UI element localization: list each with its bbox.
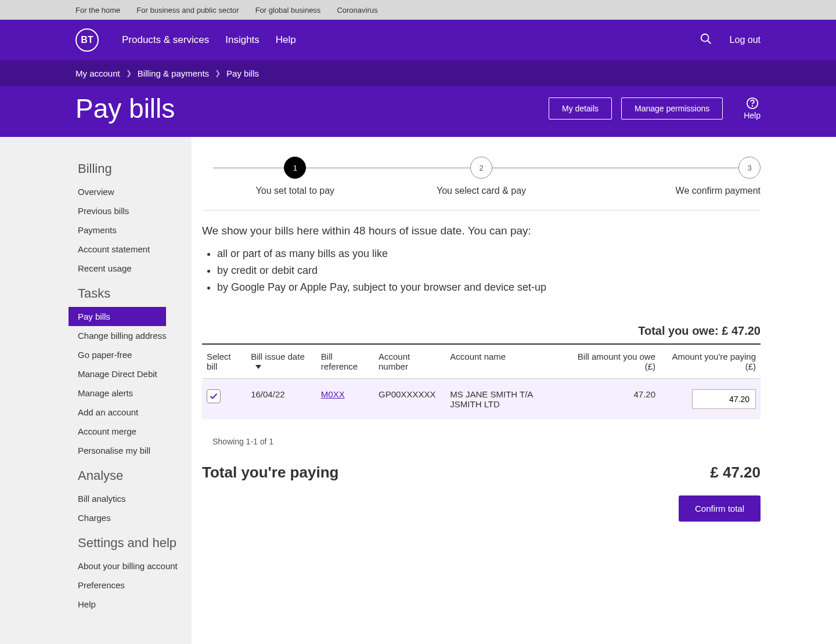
step-2-label: You select card & pay — [437, 186, 526, 196]
topbar-link-coronavirus[interactable]: Coronavirus — [337, 6, 377, 15]
topbar-link-business[interactable]: For business and public sector — [136, 6, 239, 15]
main-header: BT Products & services Insights Help Log… — [0, 20, 836, 60]
my-details-button[interactable]: My details — [549, 97, 612, 120]
select-bill-checkbox[interactable] — [207, 389, 221, 403]
cell-account-number: GP00XXXXXX — [374, 379, 445, 420]
confirm-total-button[interactable]: Confirm total — [679, 495, 761, 522]
svg-marker-4 — [255, 365, 261, 369]
breadcrumb-my-account[interactable]: My account — [75, 68, 120, 78]
step-2-circle: 2 — [470, 157, 492, 179]
help-label: Help — [744, 111, 761, 120]
sidebar-heading-settings: Settings and help — [78, 536, 192, 551]
sidebar-item-direct-debit[interactable]: Manage Direct Debit — [78, 364, 192, 383]
th-account-name: Account name — [445, 344, 571, 379]
step-1-label: You set total to pay — [256, 186, 335, 196]
breadcrumb: My account ❯ Billing & payments ❯ Pay bi… — [0, 60, 836, 86]
chevron-right-icon: ❯ — [215, 69, 221, 77]
sidebar-item-account-merge[interactable]: Account merge — [78, 422, 192, 441]
sidebar-item-personalise[interactable]: Personalise my bill — [78, 441, 192, 460]
th-issue-date[interactable]: Bill issue date — [246, 344, 316, 379]
intro-bullets: all or part of as many bills as you like… — [217, 245, 761, 295]
breadcrumb-current: Pay bills — [226, 68, 259, 78]
sidebar-item-about-billing[interactable]: About your billing account — [78, 556, 192, 576]
sidebar-item-paper-free[interactable]: Go paper-free — [78, 345, 192, 364]
bill-reference-link[interactable]: M0XX — [321, 389, 345, 399]
sidebar-item-preferences[interactable]: Preferences — [78, 576, 192, 595]
total-owe-label: Total you owe: — [638, 324, 719, 337]
bills-table: Select bill Bill issue date Bill referen… — [202, 343, 761, 419]
bullet-1: all or part of as many bills as you like — [217, 245, 761, 262]
top-nav: For the home For business and public sec… — [0, 0, 836, 20]
nav-help[interactable]: Help — [276, 34, 296, 46]
svg-point-3 — [752, 106, 752, 106]
sidebar-item-recent-usage[interactable]: Recent usage — [78, 259, 192, 278]
sidebar-heading-analyse: Analyse — [78, 468, 192, 483]
bill-row: 16/04/22 M0XX GP00XXXXXX MS JANE SMITH T… — [202, 379, 761, 420]
search-icon[interactable] — [700, 32, 712, 48]
sidebar-item-account-statement[interactable]: Account statement — [78, 240, 192, 259]
total-owe-value: £ 47.20 — [722, 324, 761, 337]
sidebar-item-payments[interactable]: Payments — [78, 220, 192, 240]
step-2: 2 You select card & pay — [388, 157, 575, 196]
main-content: 1 You set total to pay 2 You select card… — [192, 137, 836, 644]
sidebar-heading-tasks: Tasks — [78, 286, 192, 301]
th-amount-owe: Bill amount you owe (£) — [571, 344, 660, 379]
sidebar-item-pay-bills[interactable]: Pay bills — [69, 307, 166, 326]
svg-line-1 — [707, 41, 711, 44]
svg-point-0 — [701, 34, 708, 42]
total-paying-value: £ 47.20 — [710, 464, 761, 482]
th-amount-paying: Amount you're paying (£) — [660, 344, 761, 379]
total-paying-label: Total you're paying — [202, 464, 338, 482]
page-titlebar: Pay bills My details Manage permissions … — [0, 86, 836, 137]
amount-paying-input[interactable] — [692, 389, 756, 409]
breadcrumb-billing[interactable]: Billing & payments — [138, 68, 209, 78]
bullet-2: by credit or debit card — [217, 262, 761, 279]
divider — [202, 210, 761, 211]
total-paying: Total you're paying £ 47.20 — [202, 464, 761, 482]
showing-count: Showing 1-1 of 1 — [212, 437, 761, 446]
sidebar-item-previous-bills[interactable]: Previous bills — [78, 201, 192, 220]
chevron-right-icon: ❯ — [126, 69, 132, 77]
step-3-circle: 3 — [738, 157, 761, 179]
sidebar: Billing Overview Previous bills Payments… — [0, 137, 192, 644]
step-1-circle: 1 — [284, 157, 306, 179]
progress-stepper: 1 You set total to pay 2 You select card… — [202, 157, 761, 196]
help-button[interactable]: Help — [744, 97, 761, 120]
step-3-label: We confirm payment — [676, 186, 761, 196]
cell-account-name: MS JANE SMITH T/A JSMITH LTD — [445, 379, 571, 420]
sidebar-item-help[interactable]: Help — [78, 595, 192, 614]
th-account-num: Account number — [374, 344, 445, 379]
topbar-link-home[interactable]: For the home — [75, 6, 120, 15]
step-1: 1 You set total to pay — [202, 157, 388, 196]
page-title: Pay bills — [75, 93, 175, 124]
bt-logo[interactable]: BT — [75, 28, 99, 52]
nav-products[interactable]: Products & services — [122, 34, 209, 46]
sort-desc-icon — [255, 361, 261, 371]
logout-link[interactable]: Log out — [730, 35, 761, 45]
th-issue-label: Bill issue date — [251, 352, 305, 361]
th-select: Select bill — [202, 344, 246, 379]
th-bill-ref: Bill reference — [316, 344, 374, 379]
cell-amount-owe: 47.20 — [571, 379, 660, 420]
sidebar-item-overview[interactable]: Overview — [78, 182, 192, 201]
sidebar-item-add-account[interactable]: Add an account — [78, 403, 192, 422]
topbar-link-global[interactable]: For global business — [255, 6, 321, 15]
sidebar-item-manage-alerts[interactable]: Manage alerts — [78, 383, 192, 403]
bullet-3: by Google Pay or Apple Pay, subject to y… — [217, 279, 761, 296]
manage-permissions-button[interactable]: Manage permissions — [621, 97, 723, 120]
intro-text: We show your bills here within 48 hours … — [202, 225, 761, 237]
sidebar-item-change-address[interactable]: Change billing address — [78, 326, 192, 345]
main-nav: Products & services Insights Help — [122, 34, 296, 46]
total-owe: Total you owe: £ 47.20 — [202, 324, 761, 338]
cell-issue-date: 16/04/22 — [246, 379, 316, 420]
sidebar-item-charges[interactable]: Charges — [78, 508, 192, 527]
step-3: 3 We confirm payment — [574, 157, 761, 196]
nav-insights[interactable]: Insights — [225, 34, 260, 46]
sidebar-item-bill-analytics[interactable]: Bill analytics — [78, 489, 192, 508]
sidebar-heading-billing: Billing — [78, 161, 192, 176]
